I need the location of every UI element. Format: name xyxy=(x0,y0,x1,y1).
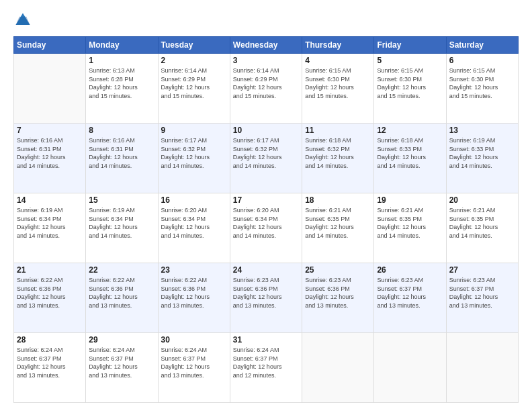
day-number: 5 xyxy=(377,56,443,65)
day-info: Sunrise: 6:16 AMSunset: 6:31 PMDaylight:… xyxy=(89,136,154,170)
day-info: Sunrise: 6:15 AMSunset: 6:30 PMDaylight:… xyxy=(377,66,443,100)
day-number: 29 xyxy=(89,335,154,345)
day-number: 23 xyxy=(161,265,227,275)
day-number: 2 xyxy=(161,56,227,65)
day-info: Sunrise: 6:19 AMSunset: 6:33 PMDaylight:… xyxy=(449,136,515,170)
day-number: 6 xyxy=(449,56,515,65)
day-info: Sunrise: 6:18 AMSunset: 6:32 PMDaylight:… xyxy=(305,136,371,170)
day-info: Sunrise: 6:14 AMSunset: 6:29 PMDaylight:… xyxy=(233,66,299,100)
day-number: 25 xyxy=(305,265,371,275)
header-saturday: Saturday xyxy=(446,37,518,54)
header-tuesday: Tuesday xyxy=(158,37,230,54)
week-row-2: 7Sunrise: 6:16 AMSunset: 6:31 PMDaylight… xyxy=(14,124,519,193)
header-sunday: Sunday xyxy=(14,37,86,54)
day-cell: 29Sunrise: 6:24 AMSunset: 6:37 PMDayligh… xyxy=(86,333,158,403)
day-cell: 20Sunrise: 6:21 AMSunset: 6:35 PMDayligh… xyxy=(446,193,518,263)
day-info: Sunrise: 6:13 AMSunset: 6:28 PMDaylight:… xyxy=(89,66,154,100)
day-cell: 28Sunrise: 6:24 AMSunset: 6:37 PMDayligh… xyxy=(14,333,86,403)
day-number: 3 xyxy=(233,56,299,65)
day-number: 20 xyxy=(449,195,515,205)
day-cell: 5Sunrise: 6:15 AMSunset: 6:30 PMDaylight… xyxy=(374,54,446,124)
day-number: 1 xyxy=(89,56,154,65)
day-cell: 13Sunrise: 6:19 AMSunset: 6:33 PMDayligh… xyxy=(446,124,518,193)
weekday-header-row: Sunday Monday Tuesday Wednesday Thursday… xyxy=(14,37,519,54)
day-info: Sunrise: 6:23 AMSunset: 6:36 PMDaylight:… xyxy=(305,276,371,310)
day-info: Sunrise: 6:23 AMSunset: 6:36 PMDaylight:… xyxy=(233,276,299,310)
day-cell: 18Sunrise: 6:21 AMSunset: 6:35 PMDayligh… xyxy=(302,193,374,263)
day-cell xyxy=(446,333,518,403)
day-number: 24 xyxy=(233,265,299,275)
day-cell: 23Sunrise: 6:22 AMSunset: 6:36 PMDayligh… xyxy=(158,263,230,333)
day-cell: 8Sunrise: 6:16 AMSunset: 6:31 PMDaylight… xyxy=(86,124,158,193)
day-info: Sunrise: 6:14 AMSunset: 6:29 PMDaylight:… xyxy=(161,66,227,100)
day-cell: 1Sunrise: 6:13 AMSunset: 6:28 PMDaylight… xyxy=(86,54,158,124)
day-cell xyxy=(302,333,374,403)
day-cell: 12Sunrise: 6:18 AMSunset: 6:33 PMDayligh… xyxy=(374,124,446,193)
day-info: Sunrise: 6:24 AMSunset: 6:37 PMDaylight:… xyxy=(161,346,227,379)
day-number: 12 xyxy=(377,126,443,135)
day-number: 10 xyxy=(233,126,299,135)
day-number: 19 xyxy=(377,195,443,205)
day-cell: 15Sunrise: 6:19 AMSunset: 6:34 PMDayligh… xyxy=(86,193,158,263)
day-info: Sunrise: 6:20 AMSunset: 6:34 PMDaylight:… xyxy=(161,206,227,240)
day-cell: 4Sunrise: 6:15 AMSunset: 6:30 PMDaylight… xyxy=(302,54,374,124)
day-info: Sunrise: 6:23 AMSunset: 6:37 PMDaylight:… xyxy=(377,276,443,310)
day-number: 13 xyxy=(449,126,515,135)
day-info: Sunrise: 6:21 AMSunset: 6:35 PMDaylight:… xyxy=(449,206,515,240)
day-info: Sunrise: 6:19 AMSunset: 6:34 PMDaylight:… xyxy=(17,206,83,240)
day-info: Sunrise: 6:18 AMSunset: 6:33 PMDaylight:… xyxy=(377,136,443,170)
day-info: Sunrise: 6:16 AMSunset: 6:31 PMDaylight:… xyxy=(17,136,83,170)
day-number: 7 xyxy=(17,126,83,135)
day-number: 16 xyxy=(161,195,227,205)
day-cell: 21Sunrise: 6:22 AMSunset: 6:36 PMDayligh… xyxy=(14,263,86,333)
svg-marker-1 xyxy=(16,17,30,25)
logo-icon xyxy=(13,11,32,30)
day-number: 15 xyxy=(89,195,154,205)
day-number: 11 xyxy=(305,126,371,135)
header-thursday: Thursday xyxy=(302,37,374,54)
day-info: Sunrise: 6:15 AMSunset: 6:30 PMDaylight:… xyxy=(449,66,515,100)
day-number: 22 xyxy=(89,265,154,275)
day-info: Sunrise: 6:15 AMSunset: 6:30 PMDaylight:… xyxy=(305,66,371,100)
day-number: 30 xyxy=(161,335,227,345)
day-number: 26 xyxy=(377,265,443,275)
day-info: Sunrise: 6:24 AMSunset: 6:37 PMDaylight:… xyxy=(89,346,154,379)
week-row-5: 28Sunrise: 6:24 AMSunset: 6:37 PMDayligh… xyxy=(14,333,519,403)
day-info: Sunrise: 6:19 AMSunset: 6:34 PMDaylight:… xyxy=(89,206,154,240)
day-info: Sunrise: 6:22 AMSunset: 6:36 PMDaylight:… xyxy=(89,276,154,310)
day-cell: 6Sunrise: 6:15 AMSunset: 6:30 PMDaylight… xyxy=(446,54,518,124)
day-info: Sunrise: 6:24 AMSunset: 6:37 PMDaylight:… xyxy=(17,346,83,379)
week-row-4: 21Sunrise: 6:22 AMSunset: 6:36 PMDayligh… xyxy=(14,263,519,333)
day-info: Sunrise: 6:22 AMSunset: 6:36 PMDaylight:… xyxy=(161,276,227,310)
day-cell xyxy=(14,54,86,124)
day-cell: 27Sunrise: 6:23 AMSunset: 6:37 PMDayligh… xyxy=(446,263,518,333)
day-cell: 19Sunrise: 6:21 AMSunset: 6:35 PMDayligh… xyxy=(374,193,446,263)
day-number: 31 xyxy=(233,335,299,345)
day-cell: 31Sunrise: 6:24 AMSunset: 6:37 PMDayligh… xyxy=(230,333,302,403)
day-cell: 26Sunrise: 6:23 AMSunset: 6:37 PMDayligh… xyxy=(374,263,446,333)
day-info: Sunrise: 6:22 AMSunset: 6:36 PMDaylight:… xyxy=(17,276,83,310)
day-number: 21 xyxy=(17,265,83,275)
day-cell: 14Sunrise: 6:19 AMSunset: 6:34 PMDayligh… xyxy=(14,193,86,263)
day-number: 8 xyxy=(89,126,154,135)
header-friday: Friday xyxy=(374,37,446,54)
day-cell xyxy=(374,333,446,403)
day-info: Sunrise: 6:20 AMSunset: 6:34 PMDaylight:… xyxy=(233,206,299,240)
day-cell: 17Sunrise: 6:20 AMSunset: 6:34 PMDayligh… xyxy=(230,193,302,263)
header-monday: Monday xyxy=(86,37,158,54)
day-cell: 2Sunrise: 6:14 AMSunset: 6:29 PMDaylight… xyxy=(158,54,230,124)
page: Sunday Monday Tuesday Wednesday Thursday… xyxy=(0,0,532,411)
day-cell: 16Sunrise: 6:20 AMSunset: 6:34 PMDayligh… xyxy=(158,193,230,263)
header xyxy=(13,11,519,30)
day-number: 9 xyxy=(161,126,227,135)
logo xyxy=(13,11,35,30)
day-info: Sunrise: 6:21 AMSunset: 6:35 PMDaylight:… xyxy=(377,206,443,240)
day-cell: 30Sunrise: 6:24 AMSunset: 6:37 PMDayligh… xyxy=(158,333,230,403)
day-cell: 11Sunrise: 6:18 AMSunset: 6:32 PMDayligh… xyxy=(302,124,374,193)
day-number: 4 xyxy=(305,56,371,65)
day-info: Sunrise: 6:23 AMSunset: 6:37 PMDaylight:… xyxy=(449,276,515,310)
day-number: 17 xyxy=(233,195,299,205)
day-info: Sunrise: 6:21 AMSunset: 6:35 PMDaylight:… xyxy=(305,206,371,240)
day-cell: 3Sunrise: 6:14 AMSunset: 6:29 PMDaylight… xyxy=(230,54,302,124)
day-cell: 7Sunrise: 6:16 AMSunset: 6:31 PMDaylight… xyxy=(14,124,86,193)
